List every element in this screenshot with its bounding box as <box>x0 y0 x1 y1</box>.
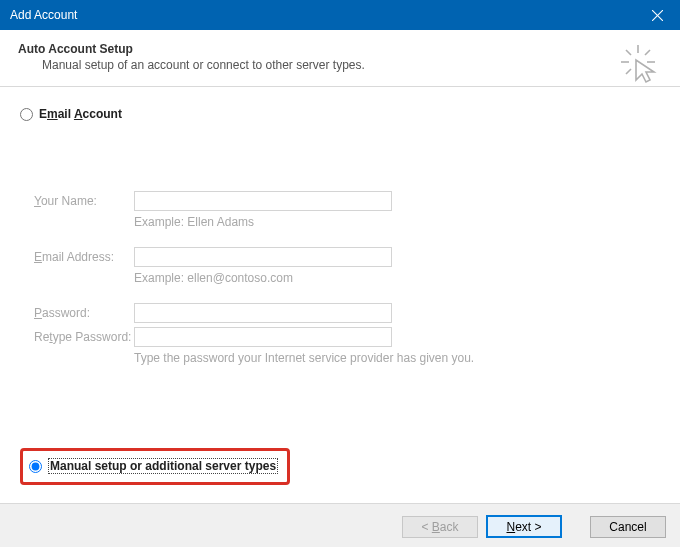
header-subtitle: Manual setup of an account or connect to… <box>42 58 662 72</box>
back-button: < Back <box>402 516 478 538</box>
your-name-label: Your Name: <box>34 194 134 208</box>
option-email-account-label: Email Account <box>39 107 122 121</box>
email-hint: Example: ellen@contoso.com <box>134 271 660 285</box>
radio-email-account[interactable] <box>20 108 33 121</box>
option-email-account[interactable]: Email Account <box>20 107 660 121</box>
option-manual-setup-container: Manual setup or additional server types <box>20 448 290 485</box>
password-label: Password: <box>34 306 134 320</box>
wizard-footer: < Back Next > Cancel <box>0 503 680 547</box>
title-bar: Add Account <box>0 0 680 30</box>
email-account-form: Your Name: Example: Ellen Adams Email Ad… <box>34 191 660 365</box>
email-input <box>134 247 392 267</box>
your-name-hint: Example: Ellen Adams <box>134 215 660 229</box>
retype-password-input <box>134 327 392 347</box>
your-name-input <box>134 191 392 211</box>
wizard-header: Auto Account Setup Manual setup of an ac… <box>0 30 680 87</box>
password-hint: Type the password your Internet service … <box>134 351 660 365</box>
cancel-button[interactable]: Cancel <box>590 516 666 538</box>
close-icon <box>652 10 663 21</box>
email-label: Email Address: <box>34 250 134 264</box>
window-title: Add Account <box>10 8 77 22</box>
close-button[interactable] <box>635 0 680 30</box>
cursor-click-icon <box>620 44 660 84</box>
password-input <box>134 303 392 323</box>
svg-line-7 <box>626 69 631 74</box>
retype-password-label: Retype Password: <box>34 330 134 344</box>
option-manual-setup-label[interactable]: Manual setup or additional server types <box>48 458 278 474</box>
svg-line-6 <box>645 50 650 55</box>
radio-manual-setup[interactable] <box>29 460 42 473</box>
highlight-annotation: Manual setup or additional server types <box>20 448 290 485</box>
wizard-content: Email Account Your Name: Example: Ellen … <box>0 87 680 503</box>
header-title: Auto Account Setup <box>18 42 662 56</box>
next-button[interactable]: Next > <box>486 515 562 538</box>
svg-line-5 <box>626 50 631 55</box>
